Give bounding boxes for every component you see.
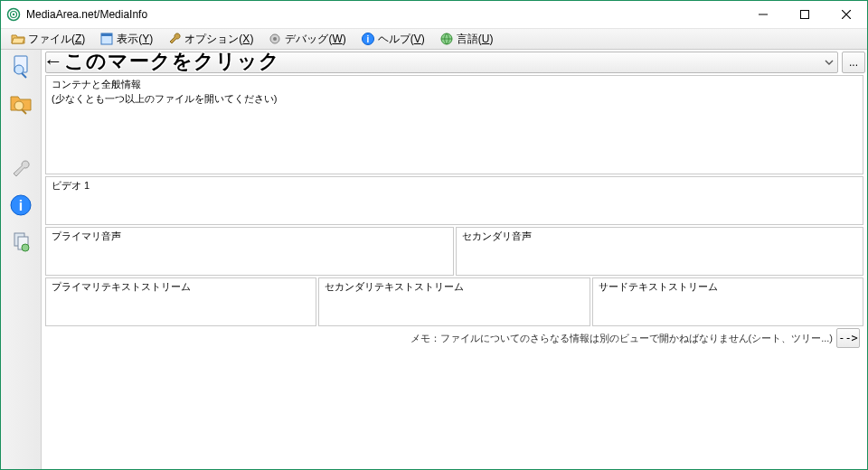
document-search-icon: [8, 53, 33, 79]
app-icon: [6, 7, 21, 22]
close-icon: [842, 10, 851, 19]
info-icon: i: [361, 32, 375, 46]
menu-debug[interactable]: デバッグ(W): [261, 30, 352, 49]
menu-language[interactable]: 言語(U): [433, 30, 500, 49]
svg-point-23: [22, 244, 29, 251]
sidebar: i: [1, 50, 42, 469]
client-area: i ...: [1, 50, 867, 469]
gear-icon: [268, 32, 282, 46]
menu-options[interactable]: オプション(X): [161, 30, 259, 49]
svg-point-10: [273, 37, 277, 41]
panel-audio-secondary: セカンダリ音声: [456, 227, 864, 276]
panel-audio-primary: プライマリ音声: [45, 227, 454, 276]
documents-icon: [9, 230, 33, 253]
panel-audio-primary-title: プライマリ音声: [52, 230, 448, 243]
panel-container: コンテナと全般情報 (少なくとも一つ以上のファイルを開いてください): [45, 75, 863, 174]
close-button[interactable]: [826, 1, 867, 28]
sidebar-export-button[interactable]: [6, 227, 35, 256]
titlebar: MediaArea.net/MediaInfo: [1, 1, 867, 29]
browse-button[interactable]: ...: [842, 52, 865, 73]
panel-video1-title: ビデオ 1: [52, 179, 857, 193]
panel-container-hint: (少なくとも一つ以上のファイルを開いてください): [52, 92, 857, 106]
maximize-icon: [800, 10, 809, 19]
sidebar-open-file-button[interactable]: [6, 52, 35, 80]
menubar: ファイル(Z) 表示(Y) オプション(X) デバッグ(W) i ヘルプ(V): [1, 29, 867, 50]
menu-file[interactable]: ファイル(Z): [5, 30, 91, 49]
menu-help[interactable]: i ヘルプ(V): [354, 30, 431, 49]
chevron-down-icon: [823, 56, 835, 69]
sidebar-options-button[interactable]: [6, 155, 35, 183]
panel-video1: ビデオ 1: [45, 176, 863, 225]
tools-icon: [9, 157, 33, 181]
file-selector-row: ... ←このマークをクリック: [45, 52, 865, 73]
minimize-icon: [759, 10, 768, 19]
minimize-button[interactable]: [742, 1, 784, 28]
panel-container-title: コンテナと全般情報: [52, 78, 857, 91]
folder-open-icon: [11, 32, 25, 46]
panel-text1: プライマリテキストストリーム: [45, 277, 316, 326]
ellipsis-icon: ...: [849, 56, 858, 69]
globe-icon: [439, 32, 454, 46]
panel-audio-secondary-title: セカンダリ音声: [462, 230, 858, 243]
svg-text:i: i: [366, 34, 369, 44]
window-title: MediaArea.net/MediaInfo: [26, 8, 147, 21]
sidebar-about-button[interactable]: i: [6, 191, 35, 220]
panel-text2-title: セカンダリテキストストリーム: [325, 280, 583, 294]
main-pane: ... ←このマークをクリック コンテナと全般情報 (少なくとも一つ以上のファイ…: [42, 50, 867, 469]
panel-text1-title: プライマリテキストストリーム: [52, 280, 310, 294]
arrow-right-icon: -->: [838, 332, 858, 344]
memo-text: メモ：ファイルについてのさらなる情報は別のビューで開かねばなりません(シート、ツ…: [410, 332, 834, 345]
panel-text3-title: サードテキストストリーム: [599, 280, 857, 294]
panel-text3: サードテキストストリーム: [592, 277, 863, 326]
folder-search-icon: [8, 89, 33, 115]
svg-text:i: i: [19, 198, 23, 213]
svg-point-2: [13, 14, 14, 15]
memo-row: メモ：ファイルについてのさらなる情報は別のビューで開かねばなりません(シート、ツ…: [45, 328, 863, 350]
svg-line-16: [22, 73, 26, 78]
panel-text2: セカンダリテキストストリーム: [318, 277, 590, 326]
svg-rect-8: [101, 33, 112, 36]
switch-view-button[interactable]: -->: [836, 328, 860, 348]
view-icon: [99, 32, 114, 46]
app-window: MediaArea.net/MediaInfo ファイル(Z) 表示(Y): [0, 0, 868, 470]
info-circle-icon: i: [9, 193, 33, 217]
wrench-icon: [167, 32, 182, 46]
svg-rect-4: [801, 11, 809, 19]
file-dropdown[interactable]: [45, 52, 838, 73]
maximize-button[interactable]: [784, 1, 826, 28]
menu-view[interactable]: 表示(Y): [93, 30, 159, 49]
summary-panels: コンテナと全般情報 (少なくとも一つ以上のファイルを開いてください) ビデオ 1…: [42, 73, 867, 469]
sidebar-open-folder-button[interactable]: [6, 88, 35, 117]
